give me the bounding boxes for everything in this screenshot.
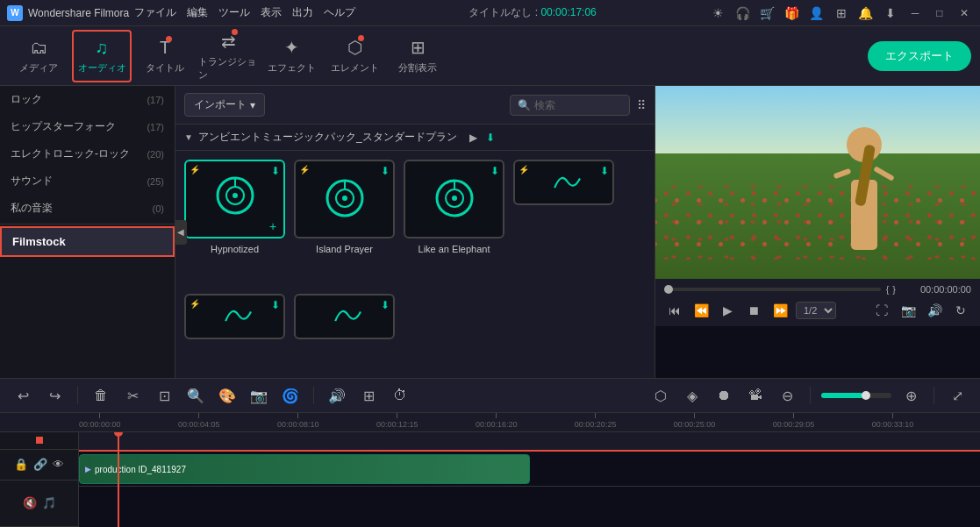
audio-track-icon[interactable]: 🎵: [42, 496, 56, 509]
sidebar-filmstock[interactable]: Filmstock: [0, 226, 175, 257]
menu-view[interactable]: 表示: [261, 5, 282, 20]
expand-icon[interactable]: ▼: [184, 132, 193, 142]
close-button[interactable]: ✕: [955, 4, 973, 22]
menu-bar: ファイル 編集 ツール 表示 出力 ヘルプ: [134, 5, 355, 20]
dl-r2-1[interactable]: ⬇: [600, 165, 609, 177]
audio-label: オーディオ: [78, 61, 126, 75]
sidebar-item-sound[interactable]: サウンド (25): [0, 167, 175, 195]
play-button[interactable]: ▶: [717, 300, 738, 321]
dl-icon-1[interactable]: ⬇: [271, 165, 280, 177]
music-note-icon-2: [323, 176, 367, 223]
frame-back-button[interactable]: ⏪: [690, 300, 712, 321]
rock-count: (17): [147, 95, 164, 105]
music-note-icon-r2-1: [547, 166, 582, 200]
toolbar-effect[interactable]: ✦ エフェクト: [261, 30, 321, 82]
svg-point-6: [342, 196, 347, 201]
toolbar-title[interactable]: T タイトル: [135, 30, 195, 82]
color-button[interactable]: 🎨: [215, 383, 240, 408]
plus-icon-1[interactable]: +: [266, 219, 280, 233]
volume-btn[interactable]: 🔊: [924, 300, 945, 321]
stop-button[interactable]: ⏹: [743, 300, 764, 321]
ruler-mark-7: 00:00:29:05: [773, 413, 815, 429]
user-icon[interactable]: 👤: [808, 4, 826, 22]
download-icon[interactable]: ⬇: [882, 4, 899, 22]
speed-button[interactable]: ⏱: [388, 383, 412, 408]
progress-track[interactable]: [664, 288, 881, 291]
category-dl-icon[interactable]: ⬇: [486, 132, 495, 144]
sun-icon[interactable]: ☀: [710, 4, 727, 22]
toolbar-media[interactable]: 🗂 メディア: [9, 30, 68, 82]
stabilize-btn[interactable]: ⬡: [648, 383, 673, 408]
snapshot-action-btn[interactable]: 📷: [247, 383, 271, 408]
audio-button[interactable]: 🔊: [325, 383, 349, 408]
sidebar-collapse-arrow[interactable]: ◀: [175, 220, 187, 245]
zoom-plus-btn[interactable]: ⊕: [898, 383, 923, 408]
menu-file[interactable]: ファイル: [134, 5, 176, 20]
dl-r2-3[interactable]: ⬇: [381, 299, 390, 311]
import-button[interactable]: インポート ▾: [184, 93, 265, 117]
video-clip[interactable]: ▶ production ID_4811927: [79, 454, 530, 484]
toolbar-audio[interactable]: ♫ オーディオ: [72, 30, 132, 82]
fullscreen-button[interactable]: ⛶: [871, 300, 892, 321]
undo-button[interactable]: ↩: [11, 383, 35, 408]
cart-icon[interactable]: 🛒: [759, 4, 776, 22]
toolbar-transition[interactable]: ⇄ トランジション: [198, 30, 258, 82]
export-button[interactable]: エクスポート: [868, 41, 971, 71]
skip-back-button[interactable]: ⏮: [664, 300, 685, 321]
maximize-button[interactable]: □: [931, 4, 948, 22]
menu-edit[interactable]: 編集: [187, 5, 208, 20]
title-label: タイトル: [146, 61, 184, 75]
audio-card-r2-1[interactable]: ⚡ ⬇: [513, 160, 614, 285]
menu-tools[interactable]: ツール: [218, 5, 250, 20]
toolbar-element[interactable]: ⬡ エレメント: [325, 30, 384, 82]
mute-icon[interactable]: 🔇: [23, 496, 37, 509]
headphone-icon[interactable]: 🎧: [734, 4, 752, 22]
category-play-icon[interactable]: ▶: [469, 132, 477, 144]
cut-button[interactable]: ✂: [120, 383, 145, 408]
delete-button[interactable]: 🗑: [89, 383, 113, 408]
sidebar-item-hipster[interactable]: ヒップスターフォーク (17): [0, 113, 175, 140]
record-btn[interactable]: ⏺: [712, 383, 736, 408]
sidebar-item-electronic[interactable]: エレクトロニック-ロック (20): [0, 140, 175, 167]
zoom-minus-btn[interactable]: ⊖: [775, 383, 799, 408]
minimize-button[interactable]: ─: [906, 4, 924, 22]
zoom-slider-handle[interactable]: [862, 391, 870, 400]
sidebar-item-mymusic[interactable]: 私の音楽 (0): [0, 195, 175, 222]
gift-icon[interactable]: 🎁: [783, 4, 801, 22]
settings-btn[interactable]: ↻: [950, 300, 971, 321]
menu-output[interactable]: 出力: [292, 5, 313, 20]
link-icon[interactable]: 🔗: [33, 458, 47, 471]
skip-fwd-button[interactable]: ⏩: [769, 300, 790, 321]
audio-card-island[interactable]: ⚡ ⬇ Island Prayer: [294, 160, 395, 285]
motion-button[interactable]: 🌀: [278, 383, 303, 408]
effect-label: エフェクト: [268, 61, 316, 75]
sidebar-item-rock[interactable]: ロック (17): [0, 86, 175, 113]
speed-select[interactable]: 1/2: [796, 302, 836, 319]
title-info: タイトルなし : 00:00:17:06: [469, 5, 596, 20]
redo-button[interactable]: ↪: [42, 383, 67, 408]
audio-card-hypnotized[interactable]: ⚡ ⬇ + Hypnotized: [184, 160, 285, 285]
audio-card-elephant[interactable]: ⬇ Like an Elephant: [404, 160, 504, 285]
scene-btn[interactable]: 📽: [743, 383, 768, 408]
dl-r2-2[interactable]: ⬇: [271, 299, 280, 311]
dl-icon-3[interactable]: ⬇: [490, 165, 499, 177]
search-input[interactable]: [534, 99, 622, 111]
audio-card-r2-2[interactable]: ⚡ ⬇: [184, 294, 285, 370]
dl-icon-2[interactable]: ⬇: [381, 165, 390, 177]
progress-handle[interactable]: [664, 285, 673, 294]
toolbar-split[interactable]: ⊞ 分割表示: [388, 30, 447, 82]
menu-help[interactable]: ヘルプ: [324, 5, 355, 20]
lock-icon[interactable]: 🔒: [14, 458, 28, 471]
fit-btn[interactable]: ⤢: [945, 383, 969, 408]
audio-card-r2-3[interactable]: ⬇: [294, 294, 395, 370]
pip-button[interactable]: ⊞: [356, 383, 381, 408]
eye-icon[interactable]: 👁: [53, 458, 64, 471]
grid-icon[interactable]: ⠿: [637, 98, 646, 112]
mask-btn[interactable]: ◈: [680, 383, 705, 408]
crop-button[interactable]: ⊡: [152, 383, 176, 408]
snapshot-btn[interactable]: 📷: [898, 300, 919, 321]
bell-icon[interactable]: 🔔: [857, 4, 875, 22]
zoom-button[interactable]: 🔍: [183, 383, 208, 408]
grid2-icon[interactable]: ⊞: [833, 4, 850, 22]
ruler-mark-6: 00:00:25:00: [674, 413, 716, 429]
